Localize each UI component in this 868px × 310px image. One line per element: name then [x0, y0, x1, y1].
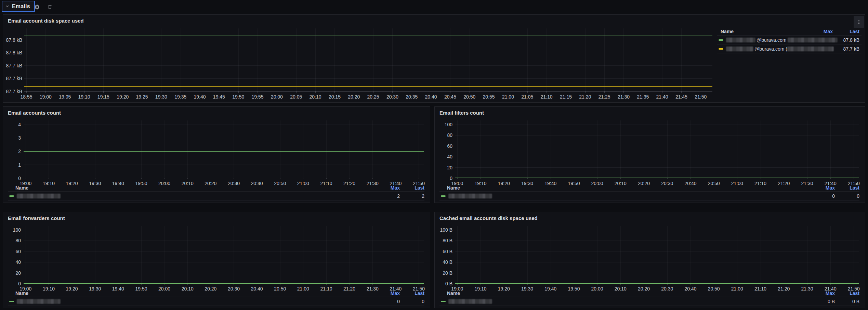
legend-series-name[interactable]: [8, 194, 379, 198]
x-axis-tick-label: 21:00: [502, 94, 514, 100]
legend-header-name[interactable]: Name: [8, 185, 379, 191]
legend-header-max[interactable]: Max: [814, 290, 835, 296]
legend-row[interactable]: 00: [8, 297, 424, 306]
redacted-text: [788, 38, 838, 42]
legend-series-name[interactable]: @burava.com: [717, 37, 811, 43]
legend-header-name[interactable]: Name: [717, 29, 811, 34]
legend-max-value: 0: [814, 193, 835, 199]
x-axis-tick-label: 21:15: [560, 94, 572, 100]
series-line-green: [24, 36, 712, 36]
grid-line-vertical: [103, 28, 104, 91]
grid-line-vertical: [508, 28, 508, 91]
y-axis-tick-label: 2: [18, 148, 21, 154]
panel-title[interactable]: Email accounts count: [3, 107, 61, 118]
grid-line-vertical: [691, 120, 691, 178]
grid-line-vertical: [566, 28, 566, 91]
panel-title[interactable]: Email forwarders count: [3, 212, 65, 224]
legend-name-text: @burava.com: [757, 37, 788, 43]
legend-series-name[interactable]: [439, 299, 814, 304]
row-delete-button[interactable]: [45, 2, 55, 12]
row-collapse-toggle[interactable]: Emails: [2, 1, 35, 12]
grid-line-vertical: [123, 28, 123, 91]
grid-line-vertical: [681, 28, 682, 91]
y-axis-tick-label: 0: [450, 176, 452, 181]
grid-line-vertical: [597, 226, 597, 283]
legend-row[interactable]: @burava.com 87.8 kB87.8 kB: [717, 36, 862, 44]
row-settings-button[interactable]: [32, 2, 42, 12]
grid-line-horizontal: [24, 262, 424, 262]
grid-line-vertical: [667, 226, 668, 283]
x-axis-tick-label: 21:35: [637, 94, 649, 100]
panel-title[interactable]: Email filters count: [435, 107, 484, 118]
legend-header-name[interactable]: Name: [439, 185, 814, 191]
grid-line-vertical: [219, 28, 219, 91]
grid-line-horizontal: [24, 78, 712, 79]
x-axis-tick-label: 18:55: [21, 94, 32, 100]
legend-header-last[interactable]: Last: [833, 29, 862, 34]
y-axis-tick-label: 3: [18, 135, 21, 141]
trash-icon: [47, 4, 53, 10]
grid-line-horizontal: [24, 273, 424, 273]
grid-line-vertical: [807, 226, 807, 283]
grid-line-vertical: [142, 28, 142, 91]
legend-last-value: 0 B: [835, 299, 859, 304]
grid-line-vertical: [807, 120, 807, 178]
grid-line-vertical: [585, 28, 586, 91]
grid-line-vertical: [303, 226, 303, 283]
legend-table: NameMaxLast00: [439, 184, 859, 201]
grid-line-vertical: [334, 28, 335, 91]
panel-title[interactable]: Cached email accounts disk space used: [435, 212, 538, 224]
grid-line-horizontal: [455, 125, 859, 125]
panel-menu-button[interactable]: [854, 16, 864, 28]
grid-line-vertical: [547, 28, 547, 91]
legend-max-value: 2: [379, 193, 400, 199]
y-axis-tick-label: 60: [15, 249, 21, 254]
chevron-down-icon: [5, 4, 10, 9]
legend-header-last[interactable]: Last: [400, 290, 424, 296]
legend-header-max[interactable]: Max: [379, 185, 400, 191]
panel-title[interactable]: Email account disk space used: [3, 15, 84, 26]
grid-line-vertical: [211, 226, 211, 283]
legend-row[interactable]: 22: [8, 192, 424, 201]
grid-line-vertical: [457, 120, 458, 178]
y-axis-tick-label: 1: [18, 162, 21, 168]
legend-series-name[interactable]: @burava.com (: [717, 46, 811, 52]
x-axis-tick-label: 20:25: [367, 94, 379, 100]
grid-line-vertical: [450, 28, 450, 91]
legend-header-max[interactable]: Max: [379, 290, 400, 296]
legend-header-name[interactable]: Name: [8, 290, 379, 296]
series-color-marker: [719, 39, 723, 41]
legend-series-name[interactable]: [8, 299, 379, 304]
legend-header-last[interactable]: Last: [835, 290, 859, 296]
x-axis-tick-label: 20:55: [483, 94, 495, 100]
legend-header-name[interactable]: Name: [439, 290, 814, 296]
legend-header-last[interactable]: Last: [400, 185, 424, 191]
grid-line-horizontal: [455, 241, 859, 241]
panel-email-accounts-count: Email accounts count 43210 19:0019:1019:…: [3, 106, 430, 203]
series-line-yellow: [24, 86, 712, 87]
y-axis-tick-label: 0: [18, 176, 21, 181]
redacted-text: [787, 47, 834, 51]
legend-header-max[interactable]: Max: [814, 185, 835, 191]
y-axis-tick-label: 4: [18, 122, 21, 127]
legend-header-max[interactable]: Max: [811, 29, 833, 34]
grid-line-horizontal: [455, 167, 859, 168]
legend-row[interactable]: @burava.com (87.7 kB87.7 kB: [717, 44, 862, 53]
grid-line-vertical: [620, 226, 621, 283]
legend-row[interactable]: 00: [439, 192, 859, 201]
grid-line-vertical: [26, 28, 27, 91]
legend-header-last[interactable]: Last: [835, 185, 859, 191]
grid-line-vertical: [280, 226, 280, 283]
grid-line-vertical: [234, 226, 234, 283]
grid-line-vertical: [527, 28, 528, 91]
y-axis-tick-label: 0: [18, 281, 21, 286]
y-axis-tick-label: 87.7 kB: [6, 76, 22, 81]
legend-row[interactable]: 0 B0 B: [439, 297, 859, 306]
grid-line-vertical: [354, 28, 354, 91]
grid-line-vertical: [326, 120, 327, 178]
grid-line-horizontal: [455, 146, 859, 146]
grid-line-horizontal: [24, 91, 712, 91]
grid-line-horizontal: [24, 230, 424, 230]
grid-line-horizontal: [24, 53, 712, 53]
legend-series-name[interactable]: [439, 194, 814, 198]
